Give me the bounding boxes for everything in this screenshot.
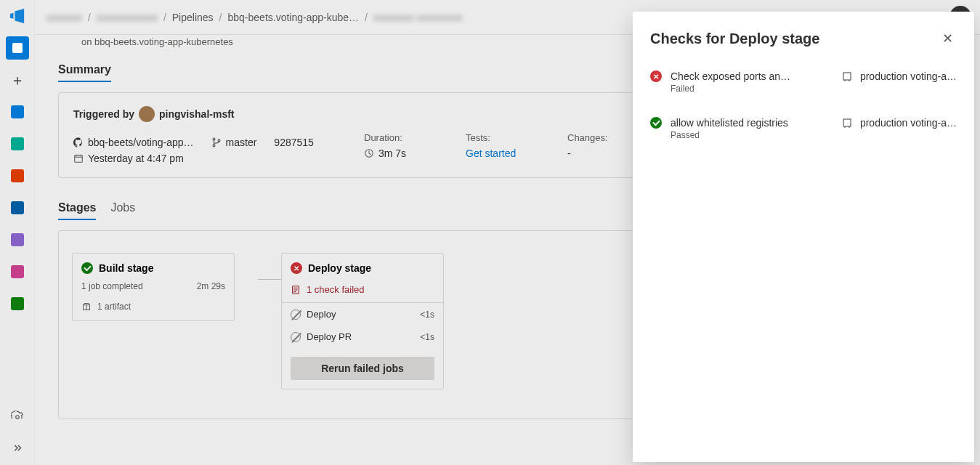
expand-nav-icon[interactable] — [6, 437, 29, 461]
close-icon[interactable]: ✕ — [942, 31, 957, 45]
check1-name: Check exposed ports and … — [671, 70, 794, 82]
svg-rect-8 — [843, 73, 851, 80]
kubernetes-icon — [841, 117, 853, 129]
check2-resource: production voting-a… — [860, 117, 957, 129]
nav-artifacts[interactable] — [6, 260, 29, 283]
nav-pipelines[interactable] — [6, 164, 29, 187]
svg-rect-9 — [843, 119, 851, 126]
kubernetes-icon — [841, 70, 853, 82]
nav-item-8[interactable] — [6, 292, 29, 315]
nav-item-5[interactable] — [6, 196, 29, 219]
svg-point-0 — [15, 416, 19, 419]
checks-panel-title: Checks for Deploy stage — [650, 31, 957, 47]
success-icon — [650, 117, 662, 129]
check1-status: Failed — [671, 84, 794, 94]
nav-overview[interactable] — [6, 36, 29, 60]
check-row[interactable]: allow whitelisted registries Passed prod… — [650, 117, 957, 140]
nav-repos[interactable] — [6, 132, 29, 155]
nav-boards[interactable] — [6, 100, 29, 124]
error-icon — [650, 70, 662, 82]
checks-panel: Checks for Deploy stage ✕ Check exposed … — [633, 12, 974, 462]
nav-testplans[interactable] — [6, 228, 29, 251]
nav-add[interactable]: ＋ — [6, 68, 29, 92]
check1-resource: production voting-a… — [860, 70, 957, 82]
settings-icon[interactable] — [6, 405, 29, 429]
check2-name: allow whitelisted registries — [671, 117, 788, 129]
check2-status: Passed — [671, 130, 788, 140]
left-nav: ＋ — [0, 0, 35, 465]
check-row[interactable]: Check exposed ports and … Failed product… — [650, 70, 957, 94]
azure-devops-logo-icon[interactable] — [6, 4, 29, 28]
